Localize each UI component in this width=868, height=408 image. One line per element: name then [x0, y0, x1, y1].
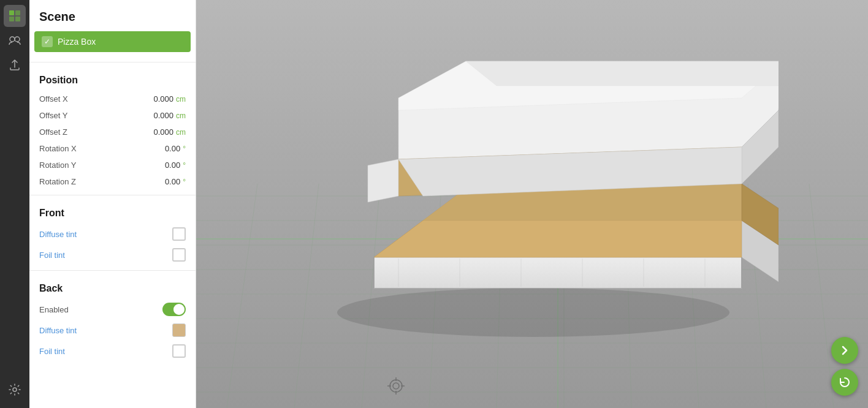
3d-viewport[interactable] — [196, 0, 868, 408]
group-nav-icon[interactable] — [4, 29, 26, 51]
divider-3 — [29, 270, 196, 271]
settings-nav-icon[interactable] — [4, 379, 26, 401]
rotation-y-value: 0.00 ° — [165, 161, 186, 170]
offset-z-value: 0.000 cm — [153, 127, 186, 137]
front-foil-checkbox[interactable] — [172, 248, 186, 262]
back-diffuse-row: Diffuse tint — [29, 320, 196, 341]
back-enabled-row: Enabled — [29, 299, 196, 320]
rotation-z-label: Rotation Z — [39, 177, 76, 186]
divider-2 — [29, 195, 196, 195]
offset-y-value: 0.000 cm — [153, 111, 186, 120]
offset-z-row: Offset Z 0.000 cm — [29, 124, 196, 140]
upload-nav-icon[interactable] — [4, 54, 26, 76]
offset-x-label: Offset X — [39, 94, 68, 104]
svg-marker-42 — [368, 159, 398, 202]
svg-point-55 — [390, 380, 402, 392]
offset-y-row: Offset Y 0.000 cm — [29, 107, 196, 124]
rotation-x-value: 0.00 ° — [165, 144, 186, 153]
item-check: ✓ — [42, 36, 53, 47]
pizza-box-3d — [276, 12, 779, 368]
back-foil-label[interactable]: Foil tint — [39, 347, 65, 356]
offset-x-row: Offset X 0.000 cm — [29, 91, 196, 107]
offset-x-value: 0.000 cm — [153, 94, 186, 104]
rotation-x-row: Rotation X 0.00 ° — [29, 140, 196, 157]
back-foil-row: Foil tint — [29, 341, 196, 361]
rotation-y-row: Rotation Y 0.00 ° — [29, 157, 196, 173]
front-foil-label[interactable]: Foil tint — [39, 251, 65, 260]
rotation-x-label: Rotation X — [39, 144, 77, 153]
target-icon[interactable] — [386, 376, 406, 396]
svg-marker-44 — [466, 61, 779, 86]
rotation-z-row: Rotation Z 0.00 ° — [29, 173, 196, 190]
rotation-y-label: Rotation Y — [39, 161, 76, 170]
svg-point-6 — [13, 388, 17, 391]
icon-bar — [0, 0, 29, 408]
divider-1 — [29, 62, 196, 62]
back-header: Back — [29, 276, 196, 299]
back-enabled-toggle[interactable] — [162, 303, 186, 316]
rotation-z-value: 0.00 ° — [165, 177, 186, 186]
reset-button[interactable] — [831, 369, 858, 396]
svg-point-5 — [15, 37, 20, 42]
offset-y-label: Offset Y — [39, 111, 68, 120]
svg-line-25 — [809, 184, 834, 408]
offset-z-label: Offset Z — [39, 127, 67, 137]
front-diffuse-row: Diffuse tint — [29, 224, 196, 244]
position-header: Position — [29, 67, 196, 91]
svg-point-56 — [393, 383, 399, 389]
svg-line-16 — [227, 184, 257, 408]
svg-rect-1 — [15, 10, 20, 15]
back-enabled-label: Enabled — [39, 305, 69, 314]
back-diffuse-swatch[interactable] — [172, 323, 186, 337]
back-foil-checkbox[interactable] — [172, 344, 186, 358]
next-button[interactable] — [831, 337, 858, 364]
sidebar-panel: Scene ✓ Pizza Box Position Offset X 0.00… — [29, 0, 196, 408]
back-diffuse-label[interactable]: Diffuse tint — [39, 326, 77, 335]
pizza-box-item[interactable]: ✓ Pizza Box — [34, 31, 191, 52]
front-header: Front — [29, 200, 196, 224]
svg-marker-31 — [374, 257, 742, 288]
svg-rect-2 — [9, 17, 14, 21]
svg-marker-36 — [374, 221, 742, 257]
svg-point-4 — [10, 37, 15, 42]
item-label: Pizza Box — [58, 37, 96, 47]
svg-rect-0 — [9, 10, 14, 15]
front-foil-row: Foil tint — [29, 244, 196, 265]
svg-rect-3 — [15, 17, 20, 21]
front-diffuse-checkbox[interactable] — [172, 227, 186, 241]
svg-point-29 — [337, 288, 729, 337]
scene-nav-icon[interactable] — [4, 5, 26, 27]
sidebar-title: Scene — [29, 0, 196, 31]
front-diffuse-label[interactable]: Diffuse tint — [39, 230, 77, 239]
